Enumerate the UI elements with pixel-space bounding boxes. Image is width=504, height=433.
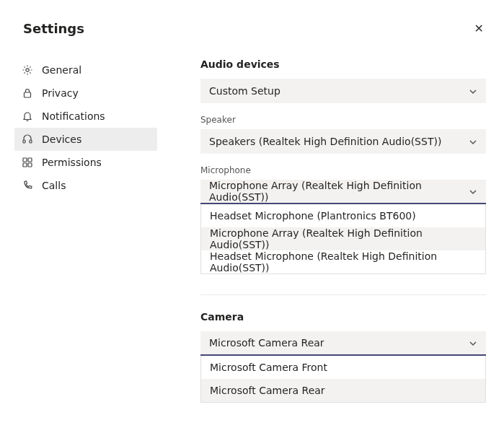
microphone-option[interactable]: Headset Microphone (Realtek High Definit… <box>201 250 485 274</box>
camera-heading: Camera <box>200 311 490 323</box>
microphone-select[interactable]: Microphone Array (Realtek High Definitio… <box>200 180 486 204</box>
sidebar-item-label: Permissions <box>42 157 102 168</box>
camera-select[interactable]: Microsoft Camera Rear <box>200 331 486 356</box>
svg-point-0 <box>26 69 29 71</box>
svg-rect-7 <box>28 163 32 167</box>
sidebar-item-calls[interactable]: Calls <box>14 174 157 197</box>
apps-icon <box>22 157 33 168</box>
microphone-dropdown: Headset Microphone (Plantronics BT600) M… <box>200 204 486 274</box>
microphone-option[interactable]: Headset Microphone (Plantronics BT600) <box>201 204 485 227</box>
speaker-label: Speaker <box>200 115 490 125</box>
microphone-value: Microphone Array (Realtek High Definitio… <box>209 180 469 203</box>
headset-icon <box>22 134 33 145</box>
sidebar-item-label: Calls <box>42 180 66 191</box>
svg-rect-3 <box>30 140 32 143</box>
gear-icon <box>22 64 33 76</box>
sidebar-item-privacy[interactable]: Privacy <box>14 82 157 105</box>
section-divider <box>200 294 486 295</box>
audio-device-select[interactable]: Custom Setup <box>200 79 486 103</box>
sidebar-item-notifications[interactable]: Notifications <box>14 105 157 128</box>
sidebar-item-permissions[interactable]: Permissions <box>14 151 157 174</box>
sidebar-item-label: Notifications <box>42 110 105 122</box>
microphone-option[interactable]: Microphone Array (Realtek High Definitio… <box>201 227 485 250</box>
sidebar-item-label: Devices <box>42 134 81 145</box>
audio-devices-heading: Audio devices <box>200 58 490 70</box>
speaker-select[interactable]: Speakers (Realtek High Definition Audio(… <box>200 129 486 154</box>
svg-rect-2 <box>23 140 25 143</box>
chevron-down-icon <box>469 137 477 146</box>
speaker-value: Speakers (Realtek High Definition Audio(… <box>209 136 441 147</box>
camera-value: Microsoft Camera Rear <box>209 337 324 349</box>
audio-device-value: Custom Setup <box>209 85 280 97</box>
svg-rect-5 <box>28 158 32 162</box>
chevron-down-icon <box>469 87 477 95</box>
lock-icon <box>22 87 33 99</box>
close-button[interactable]: ✕ <box>469 19 490 38</box>
camera-option[interactable]: Microsoft Camera Front <box>201 356 485 379</box>
sidebar-item-general[interactable]: General <box>14 58 157 82</box>
chevron-down-icon <box>469 338 477 347</box>
settings-content: Audio devices Custom Setup Speaker Speak… <box>157 45 504 403</box>
page-title: Settings <box>23 21 84 36</box>
chevron-down-icon <box>469 187 477 196</box>
sidebar-item-devices[interactable]: Devices <box>14 128 157 151</box>
svg-rect-1 <box>25 92 31 97</box>
sidebar-item-label: General <box>42 64 81 76</box>
svg-rect-6 <box>23 163 27 167</box>
bell-icon <box>22 110 33 122</box>
phone-icon <box>22 180 33 191</box>
svg-rect-4 <box>23 158 27 162</box>
camera-dropdown: Microsoft Camera Front Microsoft Camera … <box>200 356 486 403</box>
camera-option[interactable]: Microsoft Camera Rear <box>201 379 485 402</box>
microphone-label: Microphone <box>200 165 490 175</box>
sidebar-item-label: Privacy <box>42 87 79 99</box>
settings-sidebar: General Privacy Notifications Devices Pe <box>0 45 157 403</box>
